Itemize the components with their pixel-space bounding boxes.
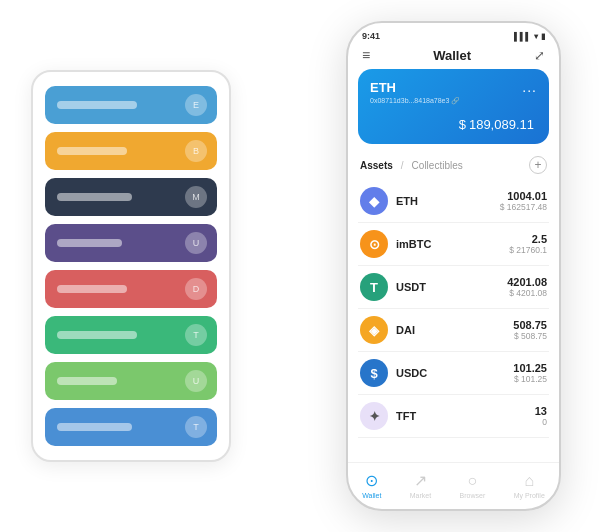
asset-usd: $ 4201.08 [507, 288, 547, 298]
bottom-nav: ⊙ Wallet ↗ Market ○ Browser ⌂ My Profile [348, 462, 559, 509]
assets-header: Assets / Collectibles + [348, 152, 559, 180]
asset-values: 4201.08 $ 4201.08 [507, 276, 547, 298]
card-item[interactable]: T [45, 316, 217, 354]
scene: EBMUDTUT 9:41 ▌▌▌ ▾ ▮ ≡ Wallet ⤢ ETH ...… [11, 11, 591, 521]
asset-values: 13 0 [535, 405, 547, 427]
nav-item-browser[interactable]: ○ Browser [460, 472, 486, 499]
asset-values: 2.5 $ 21760.1 [509, 233, 547, 255]
asset-icon-tft: ✦ [360, 402, 388, 430]
card-item[interactable]: E [45, 86, 217, 124]
asset-amount: 508.75 [513, 319, 547, 331]
asset-name: USDC [396, 367, 513, 379]
asset-item[interactable]: ◆ ETH 1004.01 $ 162517.48 [358, 180, 549, 223]
wallet-nav-label: Wallet [362, 492, 381, 499]
asset-amount: 2.5 [509, 233, 547, 245]
scan-icon[interactable]: ⤢ [534, 48, 545, 63]
asset-item[interactable]: ◈ DAI 508.75 $ 508.75 [358, 309, 549, 352]
profile-nav-label: My Profile [514, 492, 545, 499]
asset-list: ◆ ETH 1004.01 $ 162517.48 ⊙ imBTC 2.5 $ … [348, 180, 559, 462]
asset-item[interactable]: ✦ TFT 13 0 [358, 395, 549, 438]
asset-amount: 101.25 [513, 362, 547, 374]
asset-icon-usdt: T [360, 273, 388, 301]
status-icons: ▌▌▌ ▾ ▮ [514, 32, 545, 41]
asset-item[interactable]: T USDT 4201.08 $ 4201.08 [358, 266, 549, 309]
eth-card-title: ETH [370, 80, 396, 95]
eth-card-address: 0x08711d3b...8418a78e3 🔗 [370, 97, 537, 105]
signal-icon: ▌▌▌ [514, 32, 531, 41]
market-nav-label: Market [410, 492, 431, 499]
add-asset-button[interactable]: + [529, 156, 547, 174]
battery-icon: ▮ [541, 32, 545, 41]
nav-item-market[interactable]: ↗ Market [410, 471, 431, 499]
profile-nav-icon: ⌂ [524, 472, 534, 490]
nav-item-wallet[interactable]: ⊙ Wallet [362, 471, 381, 499]
asset-amount: 4201.08 [507, 276, 547, 288]
card-item[interactable]: U [45, 224, 217, 262]
asset-values: 101.25 $ 101.25 [513, 362, 547, 384]
asset-name: TFT [396, 410, 535, 422]
asset-name: USDT [396, 281, 507, 293]
card-item[interactable]: D [45, 270, 217, 308]
tab-divider: / [401, 160, 404, 171]
asset-item[interactable]: ⊙ imBTC 2.5 $ 21760.1 [358, 223, 549, 266]
card-item[interactable]: M [45, 178, 217, 216]
asset-usd: $ 21760.1 [509, 245, 547, 255]
menu-icon[interactable]: ≡ [362, 47, 370, 63]
asset-icon-imbtc: ⊙ [360, 230, 388, 258]
asset-usd: $ 162517.48 [500, 202, 547, 212]
currency-symbol: $ [459, 117, 466, 132]
phone-mockup: 9:41 ▌▌▌ ▾ ▮ ≡ Wallet ⤢ ETH ... 0x08711d… [346, 21, 561, 511]
asset-amount: 1004.01 [500, 190, 547, 202]
assets-tabs: Assets / Collectibles [360, 160, 463, 171]
asset-usd: $ 508.75 [513, 331, 547, 341]
asset-values: 1004.01 $ 162517.48 [500, 190, 547, 212]
asset-usd: $ 101.25 [513, 374, 547, 384]
eth-card[interactable]: ETH ... 0x08711d3b...8418a78e3 🔗 $189,08… [358, 69, 549, 144]
asset-name: imBTC [396, 238, 509, 250]
asset-usd: 0 [535, 417, 547, 427]
nav-item-profile[interactable]: ⌂ My Profile [514, 472, 545, 499]
asset-icon-usdc: $ [360, 359, 388, 387]
eth-amount-value: 189,089.11 [469, 117, 534, 132]
browser-nav-label: Browser [460, 492, 486, 499]
browser-nav-icon: ○ [468, 472, 478, 490]
phone-header: ≡ Wallet ⤢ [348, 43, 559, 69]
asset-values: 508.75 $ 508.75 [513, 319, 547, 341]
card-item[interactable]: U [45, 362, 217, 400]
wallet-nav-icon: ⊙ [365, 471, 378, 490]
eth-card-amount: $189,089.11 [370, 111, 537, 134]
asset-icon-eth: ◆ [360, 187, 388, 215]
asset-amount: 13 [535, 405, 547, 417]
tab-assets[interactable]: Assets [360, 160, 393, 171]
asset-name: DAI [396, 324, 513, 336]
asset-icon-dai: ◈ [360, 316, 388, 344]
tab-collectibles[interactable]: Collectibles [412, 160, 463, 171]
market-nav-icon: ↗ [414, 471, 427, 490]
card-item[interactable]: T [45, 408, 217, 446]
asset-name: ETH [396, 195, 500, 207]
card-item[interactable]: B [45, 132, 217, 170]
asset-item[interactable]: $ USDC 101.25 $ 101.25 [358, 352, 549, 395]
status-bar: 9:41 ▌▌▌ ▾ ▮ [348, 23, 559, 43]
header-title: Wallet [433, 48, 471, 63]
time-display: 9:41 [362, 31, 380, 41]
card-stack: EBMUDTUT [31, 70, 231, 462]
eth-card-menu[interactable]: ... [522, 79, 537, 95]
wifi-icon: ▾ [534, 32, 538, 41]
